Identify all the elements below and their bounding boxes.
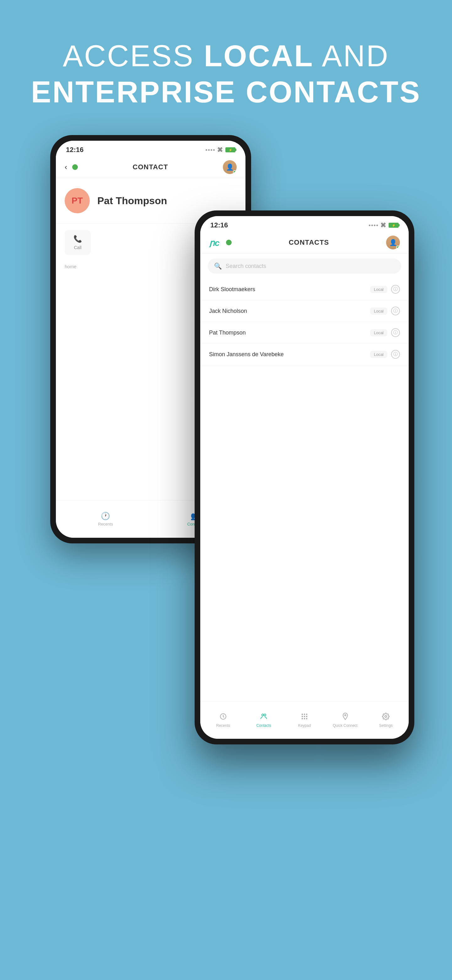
contact-badge-0: Local bbox=[370, 286, 387, 293]
search-input[interactable]: Search contacts bbox=[226, 263, 266, 269]
svg-point-3 bbox=[264, 714, 266, 716]
svg-rect-7 bbox=[301, 716, 303, 717]
search-container: 🔍 Search contacts bbox=[200, 253, 409, 278]
front-quickconnect-icon bbox=[341, 713, 349, 722]
phones-container: 12:16 ⌘ ⚡ bbox=[38, 135, 414, 889]
front-quickconnect-label: Quick Connect bbox=[333, 723, 357, 728]
contact-name-3: Simon Janssens de Varebeke bbox=[209, 351, 370, 358]
front-nav-bar: ɲc CONTACTS 👤 bbox=[200, 232, 409, 253]
svg-rect-4 bbox=[301, 714, 303, 715]
front-battery-bolt: ⚡ bbox=[392, 224, 395, 227]
svg-point-14 bbox=[385, 716, 387, 718]
back-status-time: 12:16 bbox=[66, 146, 84, 154]
status-dot-green bbox=[72, 164, 78, 170]
back-arrow-icon[interactable]: ‹ bbox=[65, 163, 67, 172]
signal-dots bbox=[206, 149, 215, 151]
front-battery-icon: ⚡ bbox=[389, 223, 399, 228]
svg-point-13 bbox=[345, 714, 346, 716]
app-logo-svg: ɲc bbox=[209, 238, 223, 247]
contact-initials: PT bbox=[71, 196, 83, 206]
front-status-time: 12:16 bbox=[210, 221, 228, 229]
front-keypad-label: Keypad bbox=[298, 723, 311, 728]
dot3 bbox=[211, 149, 212, 151]
call-button[interactable]: 📞 Call bbox=[65, 230, 91, 255]
front-nav-settings[interactable]: Settings bbox=[373, 713, 398, 728]
contact-row-1[interactable]: Jack Nicholson Local ⓘ bbox=[200, 300, 409, 322]
phone-front: 12:16 ⌘ ⚡ bbox=[195, 210, 414, 745]
recents-label: Recents bbox=[98, 522, 113, 527]
front-nav-quickconnect[interactable]: Quick Connect bbox=[333, 713, 358, 728]
contact-badge-3: Local bbox=[370, 351, 387, 358]
svg-rect-6 bbox=[306, 714, 307, 715]
search-icon: 🔍 bbox=[214, 262, 222, 270]
back-nav-bar: ‹ CONTACT 👤 bbox=[56, 156, 246, 178]
front-settings-label: Settings bbox=[379, 723, 392, 728]
battery-bolt: ⚡ bbox=[228, 148, 232, 152]
phone-front-screen: 12:16 ⌘ ⚡ bbox=[200, 216, 409, 739]
contact-badge-2: Local bbox=[370, 329, 387, 336]
front-keypad-icon bbox=[301, 713, 308, 722]
front-recents-icon bbox=[219, 713, 227, 722]
dot2 bbox=[208, 149, 210, 151]
header-access: ACCESS bbox=[63, 39, 204, 73]
search-bar[interactable]: 🔍 Search contacts bbox=[208, 259, 401, 274]
front-settings-icon bbox=[382, 713, 390, 722]
contact-name-0: Dirk Slootmaekers bbox=[209, 286, 370, 293]
info-icon-3[interactable]: ⓘ bbox=[391, 350, 400, 359]
svg-text:ɲc: ɲc bbox=[209, 238, 220, 247]
fdot1 bbox=[369, 224, 370, 226]
nav-avatar[interactable]: 👤 bbox=[223, 160, 237, 174]
header-section: ACCESS LOCAL AND ENTERPRISE CONTACTS bbox=[31, 38, 421, 110]
svg-rect-11 bbox=[304, 718, 305, 719]
back-status-icons: ⌘ ⚡ bbox=[206, 146, 235, 153]
front-contacts-icon bbox=[260, 713, 267, 722]
front-nav-title: CONTACTS bbox=[232, 239, 386, 247]
contact-badge-1: Local bbox=[370, 307, 387, 315]
contact-avatar-large: PT bbox=[65, 188, 90, 213]
dot1 bbox=[206, 149, 207, 151]
info-icon-0[interactable]: ⓘ bbox=[391, 285, 400, 294]
info-icon-2[interactable]: ⓘ bbox=[391, 328, 400, 337]
contact-name-large: Pat Thompson bbox=[97, 195, 167, 207]
front-wifi-icon: ⌘ bbox=[381, 222, 386, 229]
contact-row-3[interactable]: Simon Janssens de Varebeke Local ⓘ bbox=[200, 344, 409, 365]
call-icon: 📞 bbox=[73, 235, 82, 243]
svg-rect-10 bbox=[301, 718, 303, 719]
fdot3 bbox=[374, 224, 376, 226]
call-label: Call bbox=[74, 245, 81, 250]
dot4 bbox=[213, 149, 215, 151]
back-nav-title: CONTACT bbox=[78, 163, 223, 171]
header-local: LOCAL bbox=[204, 39, 314, 73]
contact-name-2: Pat Thompson bbox=[209, 329, 370, 336]
contacts-list: Dirk Slootmaekers Local ⓘ Jack Nicholson… bbox=[200, 278, 409, 509]
info-icon-1[interactable]: ⓘ bbox=[391, 307, 400, 315]
front-recents-label: Recents bbox=[216, 723, 230, 728]
front-nav-keypad[interactable]: Keypad bbox=[292, 713, 317, 728]
svg-point-2 bbox=[262, 714, 264, 716]
header-line1: ACCESS LOCAL AND bbox=[31, 38, 421, 74]
avatar-online-dot bbox=[233, 170, 237, 174]
wifi-icon: ⌘ bbox=[217, 146, 223, 153]
front-avatar-online bbox=[396, 246, 400, 250]
back-status-bar: 12:16 ⌘ ⚡ bbox=[56, 141, 246, 156]
battery-icon: ⚡ bbox=[225, 147, 235, 152]
front-status-bar: 12:16 ⌘ ⚡ bbox=[200, 216, 409, 232]
front-nav-avatar[interactable]: 👤 bbox=[386, 235, 400, 250]
front-contacts-label: Contacts bbox=[257, 723, 271, 728]
header-and: AND bbox=[314, 39, 389, 73]
front-nav-contacts[interactable]: Contacts bbox=[251, 713, 276, 728]
front-signal-dots bbox=[369, 224, 378, 226]
front-status-icons: ⌘ ⚡ bbox=[369, 222, 399, 229]
contact-row-2[interactable]: Pat Thompson Local ⓘ bbox=[200, 322, 409, 344]
front-nav-recents[interactable]: Recents bbox=[211, 713, 236, 728]
contact-row-0[interactable]: Dirk Slootmaekers Local ⓘ bbox=[200, 278, 409, 300]
svg-rect-5 bbox=[304, 714, 305, 715]
front-bottom-nav: Recents Contacts Keypad bbox=[200, 701, 409, 739]
header-line2: ENTERPRISE CONTACTS bbox=[31, 74, 421, 110]
nav-recents[interactable]: 🕐 Recents bbox=[98, 512, 113, 527]
front-nav-dot bbox=[226, 240, 232, 245]
svg-rect-9 bbox=[306, 716, 307, 717]
contact-name-1: Jack Nicholson bbox=[209, 308, 370, 314]
svg-rect-12 bbox=[306, 718, 307, 719]
recents-icon: 🕐 bbox=[101, 512, 110, 520]
